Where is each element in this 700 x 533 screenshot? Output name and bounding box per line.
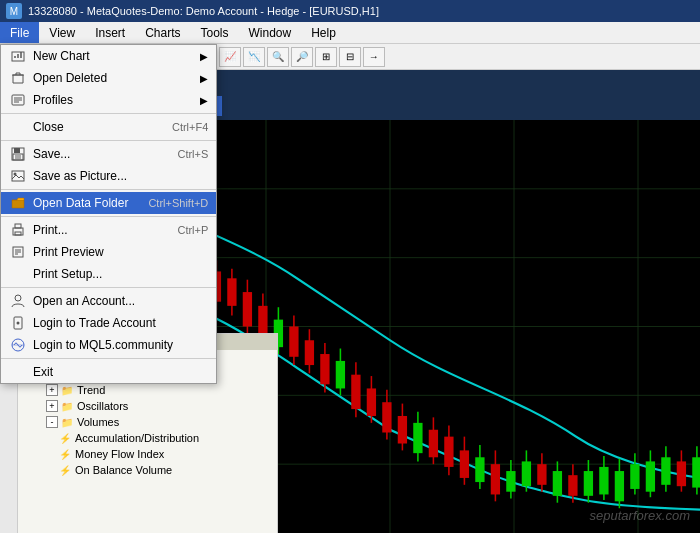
print-preview-icon [9, 243, 27, 261]
tree-item-on-balance[interactable]: ⚡ On Balance Volume [18, 462, 277, 478]
menu-file[interactable]: File [0, 22, 39, 43]
file-dropdown-menu: New Chart ▶ Open Deleted ▶ [0, 44, 217, 384]
menu-item-close[interactable]: Close Ctrl+F4 [1, 116, 216, 138]
profiles-icon [9, 91, 27, 109]
open-account-label: Open an Account... [33, 294, 208, 308]
title-text: 13328080 - MetaQuotes-Demo: Demo Account… [28, 5, 379, 17]
tree-label-volumes: Volumes [77, 416, 119, 428]
tree-expand-volumes[interactable]: - [46, 416, 58, 428]
tree-label-oscillators: Oscillators [77, 400, 128, 412]
menu-item-exit[interactable]: Exit [1, 361, 216, 383]
menu-item-new-chart[interactable]: New Chart ▶ [1, 45, 216, 67]
new-chart-arrow: ▶ [200, 51, 208, 62]
svg-rect-107 [14, 148, 20, 153]
menu-tools[interactable]: Tools [191, 22, 239, 43]
exit-label: Exit [33, 365, 208, 379]
menu-view[interactable]: View [39, 22, 85, 43]
open-deleted-arrow: ▶ [200, 73, 208, 84]
tree-item-accumulation[interactable]: ⚡ Accumulation/Distribution [18, 430, 277, 446]
account-icon [9, 292, 27, 310]
menu-help[interactable]: Help [301, 22, 346, 43]
open-deleted-label: Open Deleted [33, 71, 196, 85]
indicator-accumulation-icon: ⚡ [58, 431, 72, 445]
toolbar-btn-8[interactable]: → [363, 47, 385, 67]
menu-item-print-preview[interactable]: Print Preview [1, 241, 216, 263]
open-data-folder-label: Open Data Folder [33, 196, 128, 210]
tree-label-trend: Trend [77, 384, 105, 396]
menu-item-open-deleted[interactable]: Open Deleted ▶ [1, 67, 216, 89]
menu-item-login-trade[interactable]: Login to Trade Account [1, 312, 216, 334]
save-icon [9, 145, 27, 163]
toolbar-btn-2[interactable]: 📈 [219, 47, 241, 67]
tree-item-volumes[interactable]: - 📁 Volumes [18, 414, 277, 430]
close-shortcut: Ctrl+F4 [172, 121, 208, 133]
menu-insert[interactable]: Insert [85, 22, 135, 43]
svg-rect-110 [12, 171, 24, 181]
save-label: Save... [33, 147, 157, 161]
exit-icon [9, 363, 27, 381]
menu-item-profiles[interactable]: Profiles ▶ [1, 89, 216, 111]
open-data-folder-shortcut: Ctrl+Shift+D [148, 197, 208, 209]
close-label: Close [33, 120, 152, 134]
toolbar-btn-3[interactable]: 📉 [243, 47, 265, 67]
toolbar-btn-4[interactable]: 🔍 [267, 47, 289, 67]
tree-expand-trend[interactable]: + [46, 384, 58, 396]
menu-charts[interactable]: Charts [135, 22, 190, 43]
menu-item-login-mql5[interactable]: Login to MQL5.community [1, 334, 216, 356]
toolbar-btn-7[interactable]: ⊟ [339, 47, 361, 67]
tree-label-accumulation: Accumulation/Distribution [75, 432, 199, 444]
new-chart-icon [9, 47, 27, 65]
divider-1 [1, 113, 216, 114]
file-dropdown: New Chart ▶ Open Deleted ▶ [0, 44, 217, 384]
print-preview-label: Print Preview [33, 245, 208, 259]
menu-bar: File View Insert Charts Tools Window Hel… [0, 22, 700, 44]
app-icon: M [6, 3, 22, 19]
login-trade-label: Login to Trade Account [33, 316, 208, 330]
toolbar-btn-6[interactable]: ⊞ [315, 47, 337, 67]
print-setup-label: Print Setup... [33, 267, 208, 281]
tree-expand-oscillators[interactable]: + [46, 400, 58, 412]
save-picture-icon [9, 167, 27, 185]
indicator-money-flow-icon: ⚡ [58, 447, 72, 461]
menu-item-print[interactable]: Print... Ctrl+P [1, 219, 216, 241]
folder-volumes-icon: 📁 [60, 415, 74, 429]
save-shortcut: Ctrl+S [177, 148, 208, 160]
profiles-label: Profiles [33, 93, 196, 107]
folder-oscillators-icon: 📁 [60, 399, 74, 413]
menu-item-save-picture[interactable]: Save as Picture... [1, 165, 216, 187]
svg-point-121 [17, 322, 20, 325]
print-shortcut: Ctrl+P [177, 224, 208, 236]
profiles-arrow: ▶ [200, 95, 208, 106]
community-icon [9, 336, 27, 354]
print-label: Print... [33, 223, 157, 237]
svg-rect-114 [15, 232, 21, 235]
print-setup-icon [9, 265, 27, 283]
close-icon [9, 118, 27, 136]
tree-label-on-balance: On Balance Volume [75, 464, 172, 476]
menu-item-open-data-folder[interactable]: Open Data Folder Ctrl+Shift+D [1, 192, 216, 214]
watermark: seputarforex.com [590, 508, 690, 523]
folder-trend-icon: 📁 [60, 383, 74, 397]
svg-point-119 [15, 295, 21, 301]
menu-item-open-account[interactable]: Open an Account... [1, 290, 216, 312]
tree-label-money-flow: Money Flow Index [75, 448, 164, 460]
open-data-folder-icon [9, 194, 27, 212]
svg-rect-109 [15, 155, 21, 159]
divider-5 [1, 287, 216, 288]
divider-4 [1, 216, 216, 217]
tree-item-money-flow[interactable]: ⚡ Money Flow Index [18, 446, 277, 462]
tree-item-oscillators[interactable]: + 📁 Oscillators [18, 398, 277, 414]
print-icon [9, 221, 27, 239]
login-mql5-label: Login to MQL5.community [33, 338, 208, 352]
open-deleted-icon [9, 69, 27, 87]
menu-item-print-setup[interactable]: Print Setup... [1, 263, 216, 285]
divider-6 [1, 358, 216, 359]
menu-window[interactable]: Window [239, 22, 302, 43]
menu-item-save[interactable]: Save... Ctrl+S [1, 143, 216, 165]
tree-item-trend[interactable]: + 📁 Trend [18, 382, 277, 398]
divider-3 [1, 189, 216, 190]
divider-2 [1, 140, 216, 141]
login-icon [9, 314, 27, 332]
new-chart-label: New Chart [33, 49, 196, 63]
toolbar-btn-5[interactable]: 🔎 [291, 47, 313, 67]
